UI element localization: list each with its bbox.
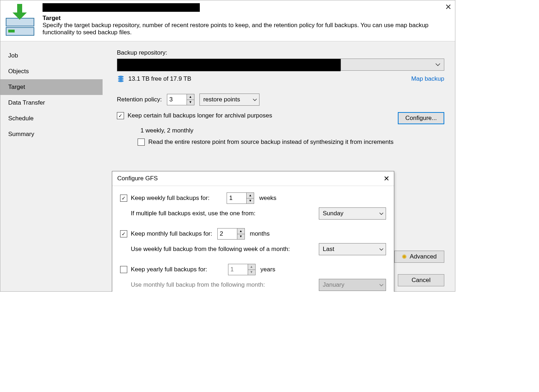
- weekly-day-value: Sunday: [323, 210, 343, 217]
- svg-rect-0: [6, 18, 34, 26]
- svg-point-5: [118, 80, 124, 82]
- spin-down-icon[interactable]: ▼: [248, 270, 255, 275]
- monthly-checkbox[interactable]: ✓ Keep monthly full backups for:: [120, 230, 212, 237]
- svg-point-4: [118, 78, 124, 80]
- keep-full-label: Keep certain full backups longer for arc…: [128, 112, 272, 119]
- weekly-day-select[interactable]: Sunday: [319, 207, 386, 220]
- free-space-text: 13.1 TB free of 17.9 TB: [128, 75, 191, 82]
- yearly-checkbox[interactable]: Keep yearly full backups for:: [120, 266, 207, 273]
- retention-unit-select[interactable]: restore points: [199, 94, 259, 106]
- yearly-unit-label: years: [261, 266, 276, 273]
- retention-count-stepper[interactable]: ▲▼: [167, 94, 194, 105]
- weekly-unit-label: weeks: [259, 195, 276, 202]
- retention-count-input[interactable]: [167, 94, 187, 105]
- close-icon[interactable]: ✕: [384, 174, 390, 183]
- svg-point-3: [118, 76, 124, 78]
- yearly-month-select: January: [319, 279, 386, 291]
- weekly-count-stepper[interactable]: ▲▼: [227, 192, 254, 204]
- spin-down-icon[interactable]: ▼: [237, 234, 244, 240]
- monthly-label: Keep monthly full backups for:: [131, 230, 212, 237]
- weekly-day-label: If multiple full backups exist, use the …: [131, 210, 314, 217]
- sidebar-item-objects[interactable]: Objects: [0, 64, 103, 79]
- svg-rect-2: [8, 30, 15, 32]
- yearly-count-stepper[interactable]: ▲▼: [228, 264, 256, 275]
- redacted-repo-name: [117, 59, 341, 71]
- close-icon[interactable]: ✕: [445, 2, 451, 12]
- read-entire-checkbox[interactable]: Read the entire restore point from sourc…: [138, 139, 394, 146]
- monthly-week-label: Use weekly full backup from the followin…: [131, 246, 314, 253]
- chevron-down-icon: [379, 248, 384, 251]
- monthly-count-input[interactable]: [218, 228, 237, 239]
- yearly-month-value: January: [323, 281, 344, 288]
- sidebar-item-job[interactable]: Job: [0, 48, 103, 64]
- read-entire-label: Read the entire restore point from sourc…: [148, 139, 394, 146]
- chevron-down-icon: [435, 63, 440, 66]
- gfs-summary-text: 1 weekly, 2 monthly: [140, 127, 444, 134]
- chevron-down-icon: [253, 99, 257, 101]
- chevron-down-icon: [379, 284, 384, 286]
- advanced-button-label: Advanced: [410, 253, 437, 260]
- yearly-count-input[interactable]: [228, 264, 248, 275]
- wizard-window: ✕ Target Specify the target backup repos…: [0, 0, 455, 292]
- spin-up-icon[interactable]: ▲: [237, 228, 244, 234]
- spin-up-icon[interactable]: ▲: [248, 264, 255, 270]
- retention-unit-value: restore points: [203, 96, 240, 103]
- wizard-header: Target Specify the target backup reposit…: [0, 0, 455, 41]
- sidebar-item-data-transfer[interactable]: Data Transfer: [0, 95, 103, 111]
- monthly-unit-label: months: [250, 230, 270, 237]
- sidebar-item-summary[interactable]: Summary: [0, 126, 103, 142]
- map-backup-link[interactable]: Map backup: [411, 75, 444, 82]
- dialog-title: Configure GFS: [117, 175, 158, 182]
- spin-down-icon[interactable]: ▼: [187, 100, 194, 105]
- configure-button[interactable]: Configure...: [398, 112, 444, 124]
- weekly-label: Keep weekly full backups for:: [131, 195, 209, 202]
- configure-gfs-dialog: Configure GFS ✕ ✓ Keep weekly full backu…: [112, 171, 394, 292]
- retention-policy-label: Retention policy:: [117, 96, 162, 103]
- wizard-cancel-button[interactable]: Cancel: [398, 274, 444, 286]
- backup-repo-label: Backup repository:: [117, 49, 444, 56]
- keep-full-checkbox[interactable]: ✓ Keep certain full backups longer for a…: [117, 112, 272, 119]
- target-icon: [5, 3, 37, 36]
- monthly-week-value: Last: [323, 246, 334, 253]
- advanced-button[interactable]: ✺ Advanced: [394, 251, 444, 263]
- sidebar-item-schedule[interactable]: Schedule: [0, 111, 103, 126]
- page-title: Target: [43, 15, 451, 22]
- monthly-week-select[interactable]: Last: [319, 243, 386, 255]
- spin-up-icon[interactable]: ▲: [247, 193, 254, 198]
- backup-repo-select[interactable]: [117, 59, 444, 71]
- weekly-count-input[interactable]: [227, 193, 246, 203]
- storage-icon: [117, 75, 125, 83]
- weekly-checkbox[interactable]: ✓ Keep weekly full backups for:: [120, 195, 209, 202]
- monthly-count-stepper[interactable]: ▲▼: [217, 228, 245, 240]
- yearly-label: Keep yearly full backups for:: [131, 266, 207, 273]
- wizard-sidebar: Job Objects Target Data Transfer Schedul…: [0, 41, 103, 291]
- redacted-title: [43, 3, 200, 12]
- yearly-month-label: Use monthly full backup from the followi…: [131, 281, 314, 288]
- chevron-down-icon: [379, 212, 384, 215]
- page-description: Specify the target backup repository, nu…: [43, 22, 450, 36]
- spin-down-icon[interactable]: ▼: [247, 198, 254, 204]
- gear-icon: ✺: [402, 253, 407, 261]
- sidebar-item-target[interactable]: Target: [0, 79, 103, 95]
- spin-up-icon[interactable]: ▲: [187, 94, 194, 100]
